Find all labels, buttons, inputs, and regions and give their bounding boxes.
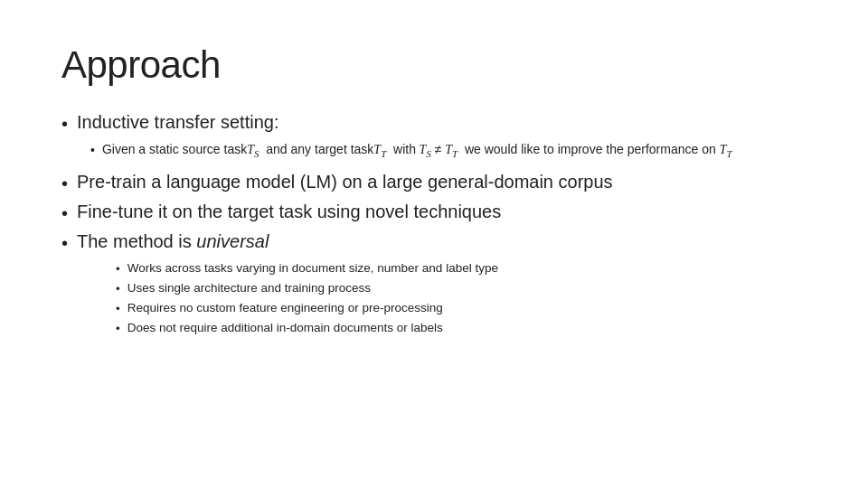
sub-dot-1: • [116,262,120,276]
bullet-dot-1-1: • [90,143,95,157]
bullet-pretrain: • Pre-train a language model (LM) on a l… [61,172,807,194]
bullet-given-static: • Given a static source taskTS and any t… [90,142,807,159]
bullet-universal: • The method is universal [61,231,807,254]
content-area: • Inductive transfer setting: • Given a … [61,112,807,335]
bullet-dot-2: • [61,174,68,194]
sub-dot-2: • [116,282,120,296]
universal-text-before: The method is [77,231,196,251]
universal-text-italic: universal [196,231,269,251]
sub-bullet-works-text: Works across tasks varying in document s… [127,261,498,275]
sub-bullet-requires: • Requires no custom feature engineering… [116,301,807,315]
sub-bullet-uses: • Uses single architecture and training … [116,281,807,296]
bullet-dot-1: • [61,114,68,135]
sub-bullet-does-not-text: Does not require additional in-domain do… [127,321,443,334]
bullet-given-static-text: Given a static source taskTS and any tar… [102,142,732,159]
bullet-dot-4: • [61,233,68,254]
bullet-finetune: • Fine-tune it on the target task using … [61,202,807,224]
bullet-universal-text: The method is universal [77,231,807,252]
bullet-pretrain-text: Pre-train a language model (LM) on a lar… [77,172,807,192]
bullet-inductive-transfer-text: Inductive transfer setting: [77,112,807,133]
bullet-dot-3: • [61,203,68,224]
sub-bullet-requires-text: Requires no custom feature engineering o… [127,301,443,314]
bullet-finetune-text: Fine-tune it on the target task using no… [77,202,807,222]
sub-dot-3: • [116,302,120,315]
sub-dot-4: • [116,322,120,335]
slide: Approach • Inductive transfer setting: •… [0,0,868,488]
bullet-inductive-transfer: • Inductive transfer setting: [61,112,807,135]
sub-bullet-works: • Works across tasks varying in document… [116,261,807,276]
sub-bullet-does-not: • Does not require additional in-domain … [116,321,807,335]
slide-title: Approach [61,43,807,87]
sub-bullet-uses-text: Uses single architecture and training pr… [127,281,371,295]
